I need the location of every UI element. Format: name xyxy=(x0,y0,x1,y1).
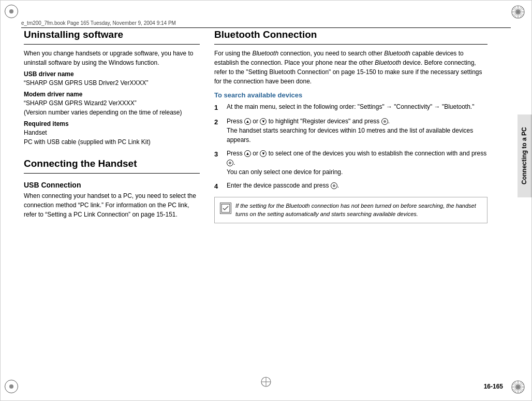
section2-divider xyxy=(24,173,200,174)
corner-decoration-bl xyxy=(5,380,21,396)
page-number: 16-165 xyxy=(484,383,503,390)
arrow-up-icon-3a: ▲ xyxy=(244,150,251,157)
center-btn-icon-3 xyxy=(227,160,233,166)
required-label: Required items xyxy=(24,120,200,127)
corner-decoration-tr xyxy=(511,5,527,21)
step-1-num: 1 xyxy=(214,103,223,113)
step-heading: To search available devices xyxy=(214,91,487,99)
right-column: Bluetooth Connection For using the Bluet… xyxy=(214,29,487,377)
usb-connection-title: USB Connection xyxy=(24,181,200,189)
step-4: 4 Enter the device passcode and press . xyxy=(214,181,487,192)
note-text: If the setting for the Bluetooth connect… xyxy=(235,202,482,219)
content-area: Uninstalling software When you change ha… xyxy=(24,29,487,377)
required-item2: PC with USB cable (supplied with PC Link… xyxy=(24,137,200,147)
starburst-icon-br xyxy=(511,380,525,394)
header-filename: e_tm200_7fm.book Page 165 Tuesday, Novem… xyxy=(21,20,176,26)
bluetooth-divider xyxy=(214,44,487,45)
step-2: 2 Press ▲ or ▼ to highlight "Register de… xyxy=(214,117,487,145)
step-2-num: 2 xyxy=(214,117,223,145)
page-container: e_tm200_7fm.book Page 165 Tuesday, Novem… xyxy=(0,0,532,401)
step-3-num: 3 xyxy=(214,149,223,177)
arrow-down-icon-3a: ▼ xyxy=(260,150,267,157)
modem-value: “SHARP GSM GPRS Wizard2 VerXXXX” xyxy=(24,98,200,108)
arrow-down-icon-2a: ▼ xyxy=(260,118,267,125)
arrow-up-icon-2a: ▲ xyxy=(244,118,251,125)
note-box: If the setting for the Bluetooth connect… xyxy=(214,197,487,223)
bluetooth-body: For using the Bluetooth connection, you … xyxy=(214,49,487,86)
starburst-icon-tr xyxy=(511,5,525,19)
header-bar: e_tm200_7fm.book Page 165 Tuesday, Novem… xyxy=(21,20,511,28)
center-btn-icon-4 xyxy=(331,182,337,189)
version-note: (Version number varies depending on the … xyxy=(24,108,200,117)
step-4-num: 4 xyxy=(214,181,223,192)
bottom-cross-center xyxy=(260,376,272,389)
step-2-content: Press ▲ or ▼ to highlight "Register devi… xyxy=(227,117,487,145)
bluetooth-title: Bluetooth Connection xyxy=(214,29,487,41)
center-btn-icon-2 xyxy=(381,118,388,125)
side-tab: Connecting to a PC xyxy=(518,114,531,197)
usb-connection-body: When connecting your handset to a PC, yo… xyxy=(24,191,200,219)
step-1-content: At the main menu, select in the followin… xyxy=(227,102,487,113)
corner-decoration-br xyxy=(511,380,527,396)
corner-decoration-tl xyxy=(5,5,21,21)
section1-body: When you change handsets or upgrade soft… xyxy=(24,49,200,67)
connecting-title: Connecting the Handset xyxy=(24,158,200,170)
required-item1: Handset xyxy=(24,128,200,137)
connecting-section: Connecting the Handset xyxy=(24,158,200,174)
circle-icon-bl xyxy=(5,380,18,393)
section1-divider xyxy=(24,44,200,45)
step-3-content: Press ▲ or ▼ to select one of the device… xyxy=(227,149,487,177)
step-4-content: Enter the device passcode and press . xyxy=(227,181,487,192)
step-1: 1 At the main menu, select in the follow… xyxy=(214,102,487,113)
left-column: Uninstalling software When you change ha… xyxy=(24,29,200,377)
note-icon xyxy=(220,203,231,214)
modem-label: Modem driver name xyxy=(24,91,200,98)
step-3: 3 Press ▲ or ▼ to select one of the devi… xyxy=(214,149,487,177)
usb-value: “SHARP GSM GPRS USB Driver2 VerXXXX” xyxy=(24,78,200,88)
usb-label: USB driver name xyxy=(24,70,200,78)
uninstalling-title: Uninstalling software xyxy=(24,29,200,41)
circle-icon-tl xyxy=(5,5,18,18)
